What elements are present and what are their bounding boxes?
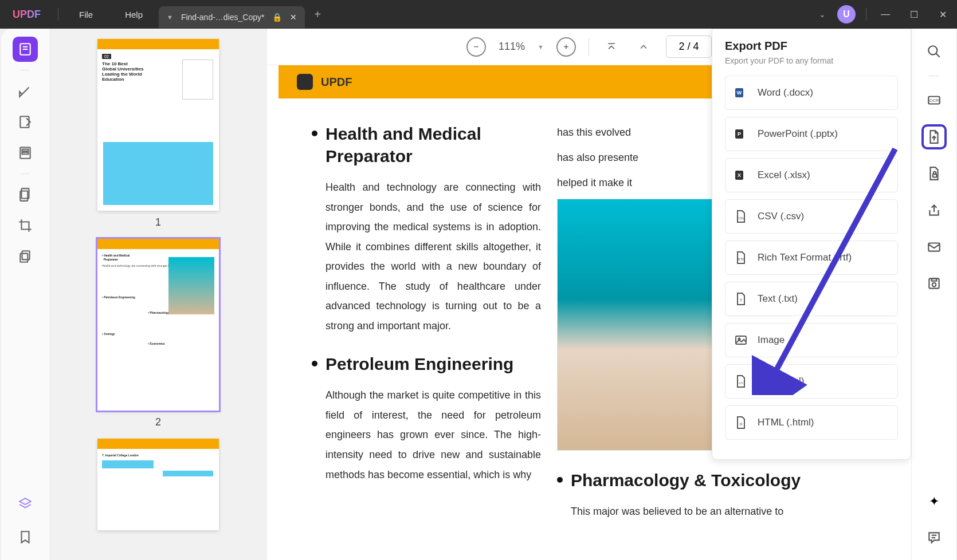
thumb-label: 1	[71, 216, 245, 228]
svg-line-26	[936, 53, 940, 57]
svg-text:CSV: CSV	[738, 216, 744, 220]
export-option-xls[interactable]: XExcel (.xlsx)	[725, 158, 898, 192]
bookmark-button[interactable]	[13, 524, 38, 550]
export-subtitle: Export your PDF to any format	[725, 56, 898, 65]
svg-text:RTF: RTF	[738, 258, 744, 261]
search-button[interactable]	[921, 39, 947, 64]
menu-file[interactable]: File	[63, 10, 109, 19]
svg-rect-5	[22, 149, 29, 151]
svg-rect-10	[20, 254, 28, 262]
thumbnail-2[interactable]: • Health and Medical Preparator Health a…	[71, 239, 245, 428]
lock-icon: 🔒	[272, 13, 282, 22]
word-icon: W	[734, 85, 748, 100]
comment-tool[interactable]	[13, 78, 38, 104]
svg-text:OCR: OCR	[929, 98, 939, 103]
email-button[interactable]	[921, 234, 947, 259]
ocr-button[interactable]: OCR	[921, 88, 947, 113]
zoom-level: 111%	[499, 41, 525, 53]
svg-rect-32	[928, 243, 940, 251]
export-label: CSV (.csv)	[758, 211, 804, 222]
thumbnail-1[interactable]: 02 The 10 BestGlobal UniversitiesLeading…	[71, 39, 245, 228]
export-panel: Export PDF Export your PDF to any format…	[712, 29, 911, 460]
user-avatar[interactable]: U	[837, 5, 856, 23]
svg-text:W: W	[737, 90, 742, 96]
export-label: Word (.docx)	[758, 87, 813, 98]
maximize-button[interactable]: ☐	[900, 0, 928, 29]
export-label: HTML (.html)	[758, 417, 814, 428]
reader-tool[interactable]	[13, 37, 38, 62]
close-button[interactable]: ✕	[928, 0, 957, 29]
section-body: This major was believed to be an alterna…	[571, 502, 801, 522]
svg-point-34	[932, 283, 936, 287]
csv-icon: CSV	[734, 209, 748, 224]
export-option-txt[interactable]: TText (.txt)	[725, 282, 898, 316]
svg-rect-30	[932, 174, 936, 177]
add-tab-button[interactable]: +	[314, 8, 321, 21]
export-button[interactable]	[921, 124, 947, 149]
section-title: Pharmacology & Toxicology	[571, 469, 801, 491]
chat-button[interactable]	[921, 524, 947, 550]
svg-text:P: P	[738, 131, 741, 137]
txt-icon: T	[734, 291, 748, 306]
thumbnail-3[interactable]: 7. Imperial College London	[71, 439, 245, 530]
brand-text: UPDF	[321, 76, 352, 89]
export-option-word[interactable]: WWord (.docx)	[725, 76, 898, 110]
export-option-rtf[interactable]: RTFRich Text Format (.rtf)	[725, 240, 898, 275]
export-option-img[interactable]: Image	[725, 323, 898, 357]
chevron-down-icon[interactable]: ▼	[167, 14, 173, 21]
zoom-in-button[interactable]: +	[556, 37, 576, 57]
prev-page-button[interactable]	[634, 37, 653, 57]
section-body: Although the market is quite competitive…	[325, 385, 541, 484]
ai-button[interactable]: ✦	[921, 489, 947, 514]
crop-tool[interactable]	[13, 213, 38, 238]
left-rail	[1, 29, 49, 560]
svg-rect-6	[22, 152, 29, 154]
close-tab-icon[interactable]: ✕	[290, 13, 297, 22]
app-logo: UPDF	[0, 9, 53, 21]
svg-rect-35	[931, 278, 936, 281]
edit-tool[interactable]	[13, 109, 38, 135]
minimize-button[interactable]: —	[871, 0, 900, 29]
page-input[interactable]: 2 / 4	[666, 36, 712, 58]
batch-tool[interactable]	[13, 244, 38, 269]
rtf-icon: RTF	[734, 250, 748, 265]
chevron-down-icon[interactable]: ⌄	[819, 10, 826, 19]
chevron-down-icon[interactable]: ▼	[538, 44, 544, 50]
svg-text:T: T	[740, 298, 743, 303]
svg-rect-3	[20, 116, 29, 128]
thumbnail-panel: 02 The 10 BestGlobal UniversitiesLeading…	[49, 29, 267, 560]
brand-icon	[297, 74, 313, 90]
zoom-out-button[interactable]: −	[466, 37, 486, 57]
svg-point-25	[928, 46, 937, 54]
share-button[interactable]	[921, 198, 947, 223]
xml-icon: </>	[734, 374, 748, 389]
xls-icon: X	[734, 168, 748, 183]
export-label: Rich Text Format (.rtf)	[758, 252, 852, 263]
export-option-ppt[interactable]: PPowerPoint (.pptx)	[725, 117, 898, 151]
ppt-icon: P	[734, 127, 748, 141]
export-title: Export PDF	[725, 40, 898, 53]
svg-text:H: H	[739, 422, 742, 426]
layers-button[interactable]	[13, 491, 38, 516]
svg-rect-9	[22, 251, 30, 259]
pages-tool[interactable]	[13, 140, 38, 165]
document-tab[interactable]: ▼ Find-and-…dies_Copy* 🔒 ✕	[159, 6, 305, 28]
thumb-label: 2	[71, 416, 245, 428]
save-button[interactable]	[921, 271, 947, 296]
export-label: XML (.xml)	[758, 376, 805, 387]
titlebar: UPDF File Help ▼ Find-and-…dies_Copy* 🔒 …	[0, 0, 957, 29]
first-page-button[interactable]	[602, 37, 621, 57]
export-option-csv[interactable]: CSVCSV (.csv)	[725, 199, 898, 234]
export-option-xml[interactable]: </>XML (.xml)	[725, 364, 898, 399]
export-label: Excel (.xlsx)	[758, 169, 810, 181]
export-label: Text (.txt)	[758, 293, 798, 305]
menu-help[interactable]: Help	[109, 10, 159, 19]
protect-button[interactable]	[921, 161, 947, 186]
form-tool[interactable]	[13, 182, 38, 207]
svg-text:X: X	[738, 172, 741, 178]
right-rail: OCR ✦	[911, 29, 956, 560]
img-icon	[734, 333, 748, 348]
divider	[866, 8, 866, 21]
tab-title: Find-and-…dies_Copy*	[181, 13, 265, 22]
export-option-html[interactable]: HHTML (.html)	[725, 405, 898, 440]
